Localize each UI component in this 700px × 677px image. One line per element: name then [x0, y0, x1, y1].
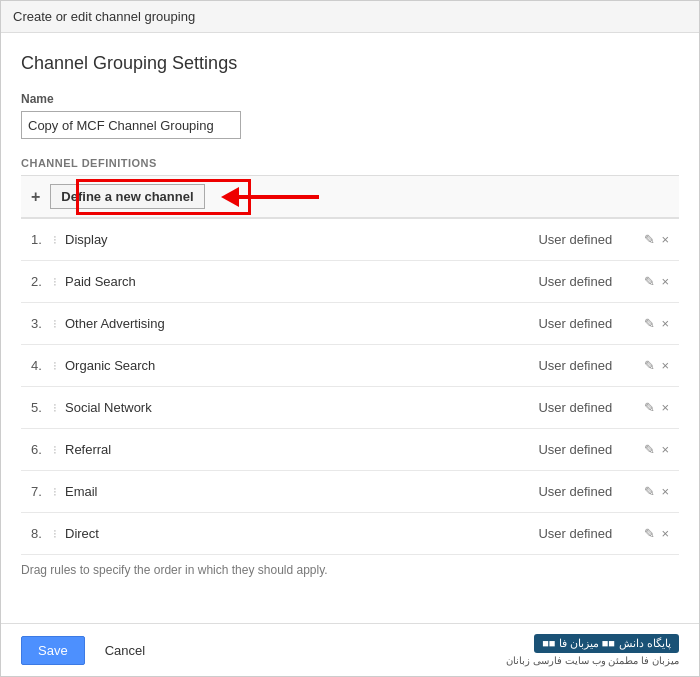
- plus-icon[interactable]: +: [31, 188, 40, 206]
- row-actions: ✎ ×: [644, 274, 669, 289]
- edit-icon[interactable]: ✎: [644, 358, 655, 373]
- edit-icon[interactable]: ✎: [644, 274, 655, 289]
- drag-handle[interactable]: ⁝: [53, 317, 57, 331]
- channel-number: 3.: [31, 316, 53, 331]
- watermark-text: میزبان فا مطمئن وب سایت فارسی زبانان: [506, 655, 679, 666]
- delete-icon[interactable]: ×: [661, 232, 669, 247]
- delete-icon[interactable]: ×: [661, 274, 669, 289]
- arrow-head: [221, 187, 239, 207]
- watermark: ■■ میزبان فا ■■ پایگاه دانش میزبان فا مط…: [506, 634, 679, 666]
- arrow-line: [239, 195, 319, 199]
- row-actions: ✎ ×: [644, 526, 669, 541]
- table-row: 1. ⁝ Display User defined ✎ ×: [21, 219, 679, 261]
- drag-handle[interactable]: ⁝: [53, 485, 57, 499]
- user-defined-badge: User defined: [538, 442, 628, 457]
- channel-list: 1. ⁝ Display User defined ✎ × 2. ⁝ Paid …: [21, 218, 679, 555]
- arrow-annotation: [221, 187, 319, 207]
- delete-icon[interactable]: ×: [661, 358, 669, 373]
- channel-name: Paid Search: [65, 274, 538, 289]
- name-label: Name: [21, 92, 679, 106]
- page-title: Channel Grouping Settings: [21, 53, 679, 74]
- row-actions: ✎ ×: [644, 400, 669, 415]
- edit-icon[interactable]: ✎: [644, 316, 655, 331]
- user-defined-badge: User defined: [538, 232, 628, 247]
- delete-icon[interactable]: ×: [661, 442, 669, 457]
- row-actions: ✎ ×: [644, 358, 669, 373]
- channel-name: Email: [65, 484, 538, 499]
- channel-name: Referral: [65, 442, 538, 457]
- cancel-button[interactable]: Cancel: [95, 637, 155, 664]
- table-row: 5. ⁝ Social Network User defined ✎ ×: [21, 387, 679, 429]
- row-actions: ✎ ×: [644, 442, 669, 457]
- row-actions: ✎ ×: [644, 232, 669, 247]
- drag-handle[interactable]: ⁝: [53, 275, 57, 289]
- define-channel-row: + Define a new channel: [21, 176, 679, 218]
- edit-icon[interactable]: ✎: [644, 400, 655, 415]
- dialog-title: Create or edit channel grouping: [13, 9, 195, 24]
- table-row: 6. ⁝ Referral User defined ✎ ×: [21, 429, 679, 471]
- table-row: 2. ⁝ Paid Search User defined ✎ ×: [21, 261, 679, 303]
- channel-name: Display: [65, 232, 538, 247]
- edit-icon[interactable]: ✎: [644, 526, 655, 541]
- user-defined-badge: User defined: [538, 358, 628, 373]
- watermark-brand: ■■ میزبان فا ■■: [542, 637, 615, 650]
- edit-icon[interactable]: ✎: [644, 442, 655, 457]
- table-row: 7. ⁝ Email User defined ✎ ×: [21, 471, 679, 513]
- row-actions: ✎ ×: [644, 484, 669, 499]
- user-defined-badge: User defined: [538, 400, 628, 415]
- channel-number: 7.: [31, 484, 53, 499]
- table-row: 4. ⁝ Organic Search User defined ✎ ×: [21, 345, 679, 387]
- channel-number: 1.: [31, 232, 53, 247]
- channel-number: 8.: [31, 526, 53, 541]
- channel-number: 6.: [31, 442, 53, 457]
- delete-icon[interactable]: ×: [661, 316, 669, 331]
- drag-handle[interactable]: ⁝: [53, 527, 57, 541]
- drag-handle[interactable]: ⁝: [53, 401, 57, 415]
- channel-name: Other Advertising: [65, 316, 538, 331]
- channel-name: Direct: [65, 526, 538, 541]
- delete-icon[interactable]: ×: [661, 484, 669, 499]
- dialog-content: Channel Grouping Settings Name CHANNEL D…: [1, 33, 699, 623]
- watermark-tag: پایگاه دانش: [619, 637, 671, 650]
- drag-note: Drag rules to specify the order in which…: [21, 555, 679, 583]
- row-actions: ✎ ×: [644, 316, 669, 331]
- delete-icon[interactable]: ×: [661, 526, 669, 541]
- name-input[interactable]: [21, 111, 241, 139]
- channel-number: 5.: [31, 400, 53, 415]
- dialog-titlebar: Create or edit channel grouping: [1, 1, 699, 33]
- user-defined-badge: User defined: [538, 526, 628, 541]
- save-button[interactable]: Save: [21, 636, 85, 665]
- table-row: 8. ⁝ Direct User defined ✎ ×: [21, 513, 679, 555]
- section-label: CHANNEL DEFINITIONS: [21, 157, 679, 176]
- table-row: 3. ⁝ Other Advertising User defined ✎ ×: [21, 303, 679, 345]
- watermark-logo: ■■ میزبان فا ■■ پایگاه دانش: [534, 634, 679, 653]
- drag-handle[interactable]: ⁝: [53, 443, 57, 457]
- channel-number: 2.: [31, 274, 53, 289]
- channel-name: Organic Search: [65, 358, 538, 373]
- dialog-footer: Save Cancel ■■ میزبان فا ■■ پایگاه دانش …: [1, 623, 699, 676]
- drag-handle[interactable]: ⁝: [53, 359, 57, 373]
- dialog-container: Create or edit channel grouping Channel …: [0, 0, 700, 677]
- user-defined-badge: User defined: [538, 274, 628, 289]
- define-new-channel-button[interactable]: Define a new channel: [50, 184, 204, 209]
- channel-number: 4.: [31, 358, 53, 373]
- edit-icon[interactable]: ✎: [644, 232, 655, 247]
- edit-icon[interactable]: ✎: [644, 484, 655, 499]
- channel-name: Social Network: [65, 400, 538, 415]
- user-defined-badge: User defined: [538, 316, 628, 331]
- footer-actions: Save Cancel: [21, 636, 155, 665]
- drag-handle[interactable]: ⁝: [53, 233, 57, 247]
- delete-icon[interactable]: ×: [661, 400, 669, 415]
- user-defined-badge: User defined: [538, 484, 628, 499]
